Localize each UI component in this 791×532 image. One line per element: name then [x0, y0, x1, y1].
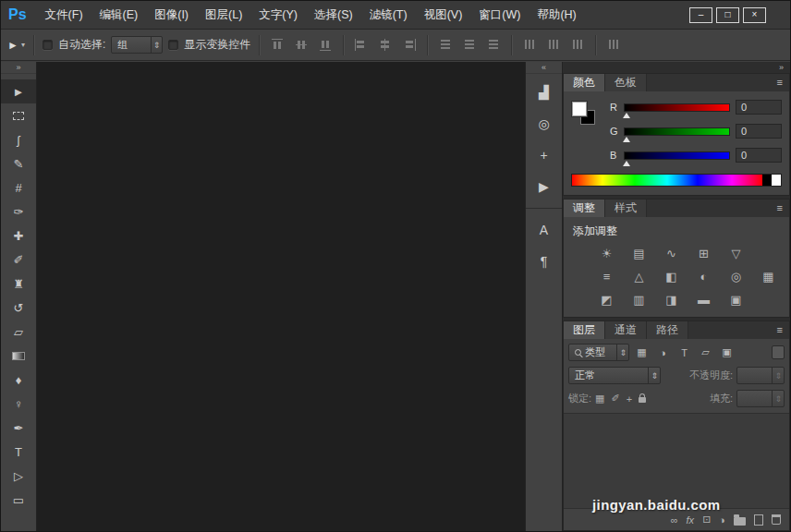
align-left-edges-button[interactable] [352, 36, 371, 54]
distribute-vertical-centers-button[interactable] [460, 36, 479, 54]
actions-panel-button[interactable]: ▶ [526, 171, 562, 202]
menu-item-layer[interactable]: 图层(L) [197, 1, 250, 29]
green-value-field[interactable]: 0 [736, 124, 782, 139]
menu-item-window[interactable]: 窗口(W) [470, 1, 529, 29]
align-top-edges-button[interactable] [268, 36, 286, 54]
panel-menu-icon[interactable]: ≡ [771, 200, 789, 217]
tool-quick-selection[interactable]: ✎ [1, 151, 36, 175]
menu-item-select[interactable]: 选择(S) [306, 1, 361, 29]
tool-rectangular-marquee[interactable] [1, 103, 36, 127]
strip-expand-button[interactable]: « [526, 62, 562, 74]
filter-shape-layers-button[interactable]: ▱ [697, 345, 714, 360]
menu-item-type[interactable]: 文字(Y) [250, 1, 306, 29]
align-horizontal-centers-button[interactable] [376, 36, 395, 54]
paragraph-panel-button[interactable]: ¶ [526, 246, 562, 277]
tab-styles[interactable]: 样式 [605, 200, 647, 217]
adjustment-channel-mixer-button[interactable]: ◎ [721, 266, 751, 287]
adjustment-curves-button[interactable]: ∿ [656, 243, 687, 264]
adjustment-black-white-button[interactable]: ◧ [656, 266, 687, 287]
fill-dropdown[interactable]: ⇕ [736, 390, 785, 407]
panel-menu-icon[interactable]: ≡ [771, 321, 789, 339]
menu-item-help[interactable]: 帮助(H) [529, 1, 584, 29]
adjustment-brightness-contrast-button[interactable]: ☀ [591, 243, 622, 264]
histogram-panel-button[interactable]: ▟ [526, 77, 562, 108]
lock-transparent-pixels-icon[interactable]: ▦ [595, 393, 604, 405]
tool-dodge[interactable]: ♀ [1, 392, 36, 416]
tool-gradient[interactable] [1, 344, 36, 368]
spectrum-black-swatch[interactable] [762, 175, 772, 186]
adjustment-gradient-map-button[interactable]: ▬ [688, 289, 719, 310]
green-slider[interactable] [624, 127, 730, 136]
align-vertical-centers-button[interactable] [292, 36, 310, 54]
character-panel-button[interactable]: A [526, 214, 562, 246]
spectrum-white-swatch[interactable] [772, 175, 781, 186]
adjustment-color-lookup-button[interactable]: ▦ [753, 266, 784, 287]
tab-color[interactable]: 颜色 [564, 74, 605, 91]
distribute-right-edges-button[interactable] [568, 36, 587, 54]
tool-eraser[interactable]: ▱ [1, 320, 36, 344]
tab-adjustments[interactable]: 调整 [564, 200, 605, 217]
new-layer-icon[interactable] [754, 514, 763, 526]
tool-lasso[interactable]: ʃ [1, 127, 36, 151]
red-slider-handle[interactable] [623, 113, 630, 118]
canvas-area[interactable] [37, 62, 525, 531]
filter-smart-objects-button[interactable]: ▣ [718, 345, 736, 360]
distribute-left-edges-button[interactable] [520, 36, 539, 54]
tool-history-brush[interactable]: ↺ [1, 296, 36, 320]
link-layers-icon[interactable]: ∞ [671, 514, 678, 526]
navigator-panel-button[interactable]: ◎ [526, 108, 562, 139]
blue-value-field[interactable]: 0 [736, 148, 782, 163]
tool-rectangle[interactable]: ▭ [1, 488, 36, 512]
layer-filter-type-dropdown[interactable]: 类型 ⇕ [568, 344, 629, 361]
adjustment-photo-filter-button[interactable]: ◐ [688, 266, 719, 287]
tool-type[interactable]: T [1, 440, 36, 464]
auto-select-dropdown[interactable]: 组 ⇕ [111, 36, 163, 54]
panel-menu-icon[interactable]: ≡ [771, 74, 789, 91]
adjustment-selective-color-button[interactable]: ▣ [721, 289, 751, 310]
adjustment-posterize-button[interactable]: ▥ [624, 289, 654, 310]
align-right-edges-button[interactable] [400, 36, 419, 54]
tool-pen[interactable]: ✒ [1, 416, 36, 440]
distribute-top-edges-button[interactable] [436, 36, 455, 54]
menu-item-filter[interactable]: 滤镜(T) [361, 1, 416, 29]
blue-slider[interactable] [624, 151, 730, 160]
delete-layer-icon[interactable] [772, 514, 781, 525]
restore-button[interactable]: □ [716, 7, 739, 23]
tool-brush[interactable]: ✐ [1, 248, 36, 272]
info-panel-button[interactable]: + [526, 139, 562, 171]
dock-collapse-button[interactable]: » [563, 62, 790, 73]
tab-layers[interactable]: 图层 [564, 321, 605, 339]
menu-item-file[interactable]: 文件(F) [37, 1, 91, 29]
adjustment-invert-button[interactable]: ◩ [591, 289, 622, 310]
menu-item-view[interactable]: 视图(V) [416, 1, 471, 29]
tool-spot-healing-brush[interactable]: ✚ [1, 224, 36, 248]
color-spectrum-ramp[interactable] [571, 174, 782, 187]
filter-adjustment-layers-button[interactable]: ◑ [654, 345, 672, 360]
lock-all-icon[interactable] [639, 397, 646, 403]
adjustment-layer-icon[interactable]: ◑ [719, 514, 725, 526]
lock-position-icon[interactable]: + [627, 393, 632, 405]
spectrum-gradient[interactable] [572, 175, 762, 186]
new-group-icon[interactable] [734, 517, 746, 526]
adjustment-hue-saturation-button[interactable]: ≡ [591, 266, 622, 287]
adjustment-exposure-button[interactable]: ⊞ [688, 243, 719, 264]
align-bottom-edges-button[interactable] [316, 36, 335, 54]
tool-path-selection[interactable]: ▷ [1, 464, 36, 488]
layer-mask-icon[interactable]: ⊡ [702, 514, 711, 526]
blend-mode-dropdown[interactable]: 正常 ⇕ [568, 367, 661, 384]
filter-pixel-layers-button[interactable]: ▦ [633, 345, 651, 360]
tab-paths[interactable]: 路径 [647, 321, 688, 339]
layer-filter-toggle[interactable] [772, 345, 785, 359]
filter-type-layers-button[interactable]: T [675, 345, 693, 360]
tool-move[interactable]: ► [1, 79, 36, 103]
tool-eyedropper[interactable]: ✑ [1, 200, 36, 224]
lock-paint-icon[interactable]: ✐ [611, 393, 619, 405]
auto-select-checkbox[interactable] [43, 40, 53, 50]
red-slider[interactable] [624, 103, 730, 112]
tab-channels[interactable]: 通道 [605, 321, 647, 339]
green-slider-handle[interactable] [623, 137, 630, 142]
tab-swatches[interactable]: 色板 [605, 74, 647, 91]
layer-effects-icon[interactable]: fx [687, 514, 695, 526]
blue-slider-handle[interactable] [623, 161, 630, 166]
adjustment-levels-button[interactable]: ▤ [624, 243, 654, 264]
